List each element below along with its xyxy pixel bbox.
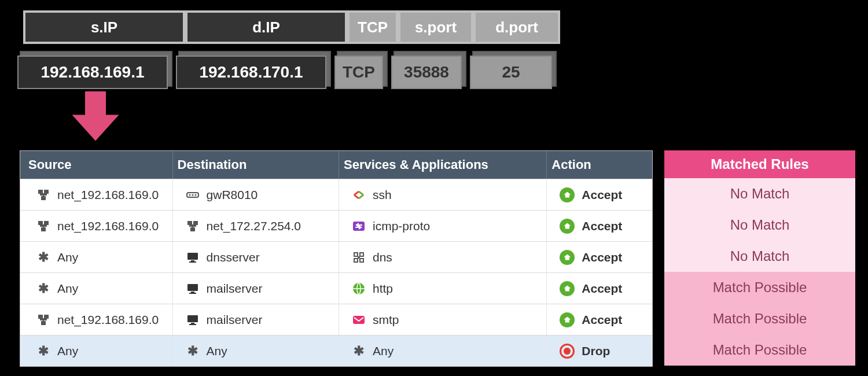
host-icon — [186, 313, 200, 327]
packet-values: 192.168.169.1 192.168.170.1 TCP 35888 25 — [17, 56, 552, 89]
cell-text: dns — [373, 250, 392, 264]
cell-text: net_192.168.169.0 — [57, 219, 159, 233]
down-arrow-icon — [69, 91, 122, 143]
value-proto: TCP — [334, 56, 383, 89]
drop-icon — [560, 344, 575, 359]
label-proto: TCP — [347, 10, 398, 44]
table-row[interactable]: ✱AnymailserverhttpAccept — [20, 272, 652, 304]
col-source: Source — [20, 151, 173, 179]
network-icon — [36, 313, 50, 327]
label-sip: s.IP — [23, 10, 185, 44]
action-text: Accept — [582, 188, 622, 202]
svg-rect-19 — [354, 259, 358, 262]
any-icon: ✱ — [36, 282, 50, 296]
matched-header: Matched Rules — [664, 150, 855, 178]
matched-row: Match Possible — [664, 334, 855, 366]
matched-row: No Match — [664, 209, 855, 241]
action-text: Accept — [582, 219, 622, 233]
gateway-icon — [186, 188, 200, 202]
svg-rect-27 — [45, 315, 48, 318]
svg-rect-14 — [187, 253, 198, 260]
cell-text: mailserver — [207, 313, 263, 327]
svg-rect-11 — [194, 222, 197, 224]
label-dip: d.IP — [185, 10, 347, 44]
table-row[interactable]: ✱Any✱Any✱AnyDrop — [20, 335, 652, 366]
network-icon — [36, 188, 50, 202]
any-icon: ✱ — [36, 344, 50, 358]
svg-rect-7 — [39, 222, 42, 224]
network-icon — [36, 219, 50, 233]
svg-rect-2 — [42, 197, 45, 200]
cell-text: gwR8010 — [207, 188, 258, 202]
svg-rect-31 — [189, 324, 196, 325]
cell-text: ssh — [373, 188, 392, 202]
value-dip: 192.168.170.1 — [176, 56, 326, 89]
matched-row: Match Possible — [664, 303, 855, 334]
svg-rect-23 — [191, 292, 194, 293]
cell-text: Any — [57, 282, 78, 296]
any-icon: ✱ — [36, 250, 50, 264]
accept-icon — [560, 187, 575, 202]
dns-icon — [352, 250, 366, 264]
col-action: Action — [547, 151, 652, 179]
action-text: Accept — [582, 313, 622, 327]
svg-point-6 — [194, 194, 196, 196]
table-row[interactable]: net_192.168.169.0mailserversmtpAccept — [20, 304, 652, 335]
value-sport: 35888 — [391, 56, 462, 89]
matched-row: No Match — [664, 241, 855, 272]
table-row[interactable]: ✱AnydnsserverdnsAccept — [20, 241, 652, 272]
svg-rect-17 — [354, 253, 358, 256]
svg-rect-15 — [191, 260, 194, 261]
col-dest: Destination — [173, 151, 339, 179]
label-dport: d.port — [473, 10, 560, 44]
host-icon — [186, 250, 200, 264]
svg-rect-24 — [189, 293, 196, 294]
svg-rect-20 — [360, 259, 363, 262]
accept-icon — [560, 219, 575, 234]
svg-rect-29 — [187, 315, 198, 322]
accept-icon — [560, 250, 575, 265]
svg-rect-30 — [191, 323, 194, 324]
cell-text: net_192.168.169.0 — [57, 188, 159, 202]
action-text: Drop — [582, 344, 610, 358]
firewall-rules-table: Source Destination Services & Applicatio… — [20, 150, 653, 367]
action-text: Accept — [582, 250, 622, 264]
cell-text: net_192.168.169.0 — [57, 313, 159, 327]
any-icon: ✱ — [352, 344, 366, 358]
packet-header-labels: s.IP d.IP TCP s.port d.port — [23, 10, 560, 44]
rules-header-row: Source Destination Services & Applicatio… — [20, 151, 652, 179]
http-icon — [352, 282, 366, 296]
svg-rect-10 — [188, 222, 192, 224]
table-row[interactable]: net_192.168.169.0gwR8010sshAccept — [20, 179, 652, 210]
svg-rect-8 — [45, 222, 48, 224]
accept-icon — [560, 281, 575, 296]
cell-text: icmp-proto — [373, 219, 430, 233]
value-dport: 25 — [470, 56, 552, 89]
cell-text: Any — [57, 344, 78, 358]
svg-rect-32 — [353, 316, 365, 324]
action-text: Accept — [582, 282, 622, 296]
matched-row: No Match — [664, 178, 855, 209]
svg-rect-26 — [39, 315, 42, 318]
svg-rect-9 — [42, 228, 45, 231]
svg-rect-18 — [360, 253, 363, 256]
col-services: Services & Applications — [339, 151, 547, 179]
smtp-icon — [352, 313, 366, 327]
svg-point-4 — [189, 194, 190, 196]
svg-rect-22 — [187, 284, 198, 291]
svg-rect-12 — [191, 228, 194, 231]
svg-rect-16 — [189, 261, 196, 263]
cell-text: http — [373, 282, 393, 296]
cell-text: Any — [207, 344, 227, 358]
any-icon: ✱ — [186, 344, 200, 358]
value-sip: 192.168.169.1 — [17, 56, 168, 89]
matched-rules-panel: Matched Rules No MatchNo MatchNo MatchMa… — [664, 150, 855, 366]
label-sport: s.port — [398, 10, 473, 44]
cell-text: smtp — [373, 313, 399, 327]
table-row[interactable]: net_192.168.169.0net_172.27.254.0icmp-pr… — [20, 210, 652, 241]
svg-point-5 — [192, 194, 193, 196]
network-icon — [186, 219, 200, 233]
svg-point-21 — [358, 256, 360, 259]
svg-rect-28 — [42, 322, 45, 325]
svg-rect-0 — [39, 190, 42, 193]
